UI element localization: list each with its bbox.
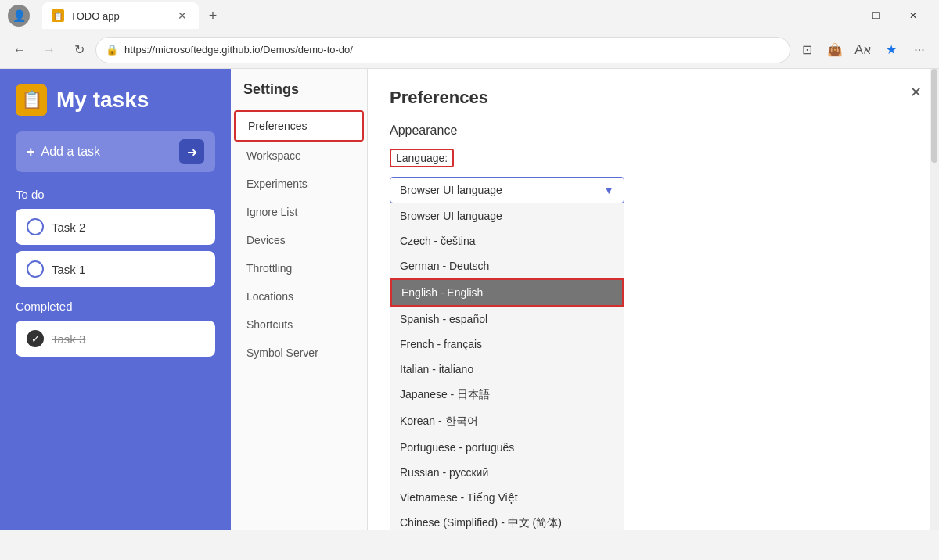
browser-content: 📋 My tasks + Add a task ➜ To do Task 2 T… — [0, 69, 939, 530]
maximize-button[interactable]: ☐ — [858, 3, 894, 28]
dropdown-option-pt[interactable]: Portuguese - português — [390, 435, 624, 460]
share-button[interactable]: ⊡ — [793, 37, 820, 63]
task-name-task1: Task 1 — [52, 263, 85, 276]
forward-button: → — [36, 37, 63, 63]
nav-actions: ⊡ 👜 Aא ★ ··· — [793, 37, 933, 63]
dropdown-option-en[interactable]: English - English — [390, 278, 624, 307]
dropdown-option-ru[interactable]: Russian - русский — [390, 460, 624, 485]
read-aloud-button[interactable]: Aא — [850, 37, 876, 63]
sidebar-item-label: Symbol Server — [246, 346, 318, 359]
task-checkbox-task1[interactable] — [27, 260, 44, 278]
scrollbar-track — [930, 69, 939, 530]
collections-button[interactable]: 👜 — [822, 37, 848, 63]
nav-bar: ← → ↻ 🔒 https://microsoftedge.github.io/… — [0, 31, 939, 69]
dropdown-option-zh-cn[interactable]: Chinese (Simplified) - 中文 (简体) — [390, 510, 624, 530]
dropdown-option-fr[interactable]: French - français — [390, 332, 624, 357]
url-text: https://microsoftedge.github.io/Demos/de… — [124, 44, 780, 56]
title-bar: 👤 📋 TODO app ✕ + — ☐ ✕ — [0, 0, 939, 31]
new-tab-button[interactable]: + — [202, 5, 224, 27]
sidebar-item-label: Workspace — [246, 149, 301, 162]
preferences-panel: ✕ Preferences Appearance Language: Brows… — [368, 69, 939, 530]
sidebar-item-shortcuts[interactable]: Shortcuts — [234, 311, 364, 339]
task-item[interactable]: Task 2 — [16, 209, 215, 245]
dropdown-option-it[interactable]: Italian - italiano — [390, 357, 624, 382]
language-label: Language: — [390, 149, 454, 167]
sidebar-item-label: Shortcuts — [246, 318, 293, 331]
preferences-title: Preferences — [390, 88, 917, 108]
dropdown-option-ko[interactable]: Korean - 한국어 — [390, 408, 624, 435]
sidebar-item-throttling[interactable]: Throttling — [234, 254, 364, 282]
task-name-task3: Task 3 — [52, 332, 85, 346]
dropdown-option-browser-ui[interactable]: Browser UI language — [390, 203, 624, 228]
sidebar-item-workspace[interactable]: Workspace — [234, 142, 364, 170]
sidebar-item-locations[interactable]: Locations — [234, 282, 364, 311]
completed-task-item[interactable]: ✓ Task 3 — [16, 321, 215, 357]
sidebar-item-experiments[interactable]: Experiments — [234, 170, 364, 198]
sidebar-item-label: Preferences — [248, 120, 307, 132]
dropdown-arrow-icon: ▼ — [603, 184, 614, 196]
appearance-section-title: Appearance — [390, 124, 917, 138]
sidebar-item-label: Ignore List — [246, 206, 297, 218]
completed-section: Completed ✓ Task 3 — [16, 300, 215, 357]
address-bar[interactable]: 🔒 https://microsoftedge.github.io/Demos/… — [95, 37, 790, 63]
settings-title: Settings — [231, 81, 367, 110]
more-button[interactable]: ··· — [906, 37, 933, 63]
task-name-task2: Task 2 — [52, 221, 85, 234]
dropdown-option-de[interactable]: German - Deutsch — [390, 253, 624, 278]
add-icon: + — [27, 144, 35, 160]
refresh-button[interactable]: ↻ — [66, 37, 92, 63]
selected-language-text: Browser UI language — [400, 184, 502, 196]
close-preferences-button[interactable]: ✕ — [905, 81, 926, 103]
tab-close-button[interactable]: ✕ — [175, 9, 189, 23]
todo-title: My tasks — [56, 88, 149, 113]
sidebar-item-label: Devices — [246, 234, 286, 246]
lock-icon: 🔒 — [106, 44, 118, 56]
dropdown-option-ja[interactable]: Japanese - 日本語 — [390, 382, 624, 408]
sidebar-item-preferences[interactable]: Preferences — [234, 110, 364, 142]
favorites-button[interactable]: ★ — [878, 37, 905, 63]
back-button[interactable]: ← — [6, 37, 33, 63]
language-dropdown[interactable]: Browser UI language ▼ — [390, 177, 624, 203]
sidebar-item-symbol-server[interactable]: Symbol Server — [234, 339, 364, 367]
sidebar-item-label: Throttling — [246, 262, 292, 275]
scrollbar-thumb[interactable] — [931, 69, 937, 163]
todo-header: 📋 My tasks — [16, 84, 215, 116]
tab-favicon: 📋 — [52, 9, 64, 22]
sidebar-item-label: Locations — [246, 290, 293, 303]
tab-title: TODO app — [70, 10, 169, 22]
task-done-icon: ✓ — [27, 330, 44, 347]
tab-bar: 📋 TODO app ✕ + — [36, 1, 230, 31]
settings-panel: Settings Preferences Workspace Experimen… — [231, 69, 368, 530]
active-tab[interactable]: 📋 TODO app ✕ — [42, 2, 199, 29]
window-controls: — ☐ ✕ — [820, 3, 931, 28]
language-row: Language: — [390, 149, 917, 167]
language-dropdown-list: Browser UI language Czech - čeština Germ… — [390, 203, 624, 530]
task-checkbox-task2[interactable] — [27, 218, 44, 235]
task-item[interactable]: Task 1 — [16, 251, 215, 287]
add-task-button[interactable]: + Add a task ➜ — [16, 131, 215, 172]
todo-sidebar: 📋 My tasks + Add a task ➜ To do Task 2 T… — [0, 69, 231, 530]
close-button[interactable]: ✕ — [895, 3, 931, 28]
completed-section-label: Completed — [16, 300, 215, 313]
browser-chrome: 👤 📋 TODO app ✕ + — ☐ ✕ ← → ↻ 🔒 https://m… — [0, 0, 939, 69]
language-dropdown-container: Browser UI language ▼ Browser UI languag… — [390, 177, 624, 203]
dropdown-option-cs[interactable]: Czech - čeština — [390, 228, 624, 253]
sidebar-item-ignore-list[interactable]: Ignore List — [234, 198, 364, 226]
dropdown-option-es[interactable]: Spanish - español — [390, 307, 624, 332]
sidebar-item-label: Experiments — [246, 178, 308, 190]
todo-section-label: To do — [16, 188, 215, 201]
add-task-arrow-icon: ➜ — [179, 139, 204, 164]
minimize-button[interactable]: — — [820, 3, 856, 28]
add-task-label: Add a task — [41, 145, 173, 159]
todo-icon: 📋 — [16, 84, 47, 116]
sidebar-item-devices[interactable]: Devices — [234, 226, 364, 254]
profile-icon[interactable]: 👤 — [8, 5, 30, 27]
dropdown-option-vi[interactable]: Vietnamese - Tiếng Việt — [390, 485, 624, 510]
